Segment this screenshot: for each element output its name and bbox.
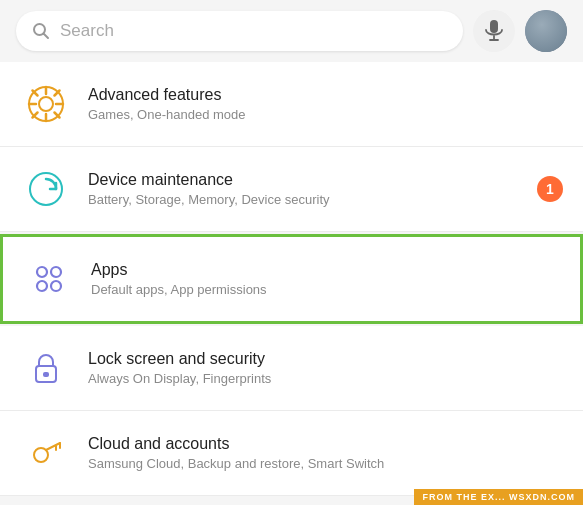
svg-point-18 [37, 281, 47, 291]
cloud-accounts-title: Cloud and accounts [88, 435, 563, 453]
svg-line-12 [55, 113, 60, 118]
advanced-features-icon [20, 78, 72, 130]
menu-item-cloud-accounts[interactable]: Cloud and accounts Samsung Cloud, Backup… [0, 411, 583, 496]
lock-screen-title: Lock screen and security [88, 350, 563, 368]
menu-item-lock-screen[interactable]: Lock screen and security Always On Displ… [0, 326, 583, 411]
menu-item-advanced-features[interactable]: Advanced features Games, One-handed mode [0, 62, 583, 147]
device-maintenance-subtitle: Battery, Storage, Memory, Device securit… [88, 192, 537, 207]
svg-point-17 [51, 267, 61, 277]
svg-line-14 [33, 113, 38, 118]
lock-screen-icon [20, 342, 72, 394]
apps-icon [23, 253, 75, 305]
svg-line-13 [55, 91, 60, 96]
mic-icon[interactable] [473, 10, 515, 52]
svg-point-6 [39, 97, 53, 111]
avatar[interactable] [525, 10, 567, 52]
device-maintenance-icon [20, 163, 72, 215]
lock-screen-text: Lock screen and security Always On Displ… [88, 350, 563, 386]
header: Search [0, 0, 583, 62]
search-icon [32, 22, 50, 40]
lock-screen-subtitle: Always On Display, Fingerprints [88, 371, 563, 386]
apps-title: Apps [91, 261, 560, 279]
avatar-image [525, 10, 567, 52]
apps-subtitle: Default apps, App permissions [91, 282, 560, 297]
svg-line-23 [46, 443, 60, 450]
device-maintenance-title: Device maintenance [88, 171, 537, 189]
search-input-label[interactable]: Search [60, 21, 447, 41]
search-bar[interactable]: Search [16, 11, 463, 51]
svg-rect-2 [490, 20, 498, 33]
menu-item-apps[interactable]: Apps Default apps, App permissions [0, 234, 583, 324]
watermark: FROM THE EX... WSXDN.COM [414, 489, 583, 505]
cloud-accounts-text: Cloud and accounts Samsung Cloud, Backup… [88, 435, 563, 471]
device-maintenance-text: Device maintenance Battery, Storage, Mem… [88, 171, 537, 207]
advanced-features-title: Advanced features [88, 86, 563, 104]
apps-text: Apps Default apps, App permissions [91, 261, 560, 297]
svg-line-1 [44, 34, 49, 39]
menu-list: Advanced features Games, One-handed mode… [0, 62, 583, 496]
cloud-accounts-subtitle: Samsung Cloud, Backup and restore, Smart… [88, 456, 563, 471]
advanced-features-text: Advanced features Games, One-handed mode [88, 86, 563, 122]
notification-badge: 1 [537, 176, 563, 202]
cloud-accounts-icon [20, 427, 72, 479]
svg-point-16 [37, 267, 47, 277]
svg-line-11 [33, 91, 38, 96]
menu-item-device-maintenance[interactable]: Device maintenance Battery, Storage, Mem… [0, 147, 583, 232]
advanced-features-subtitle: Games, One-handed mode [88, 107, 563, 122]
svg-rect-21 [43, 372, 49, 377]
svg-point-19 [51, 281, 61, 291]
